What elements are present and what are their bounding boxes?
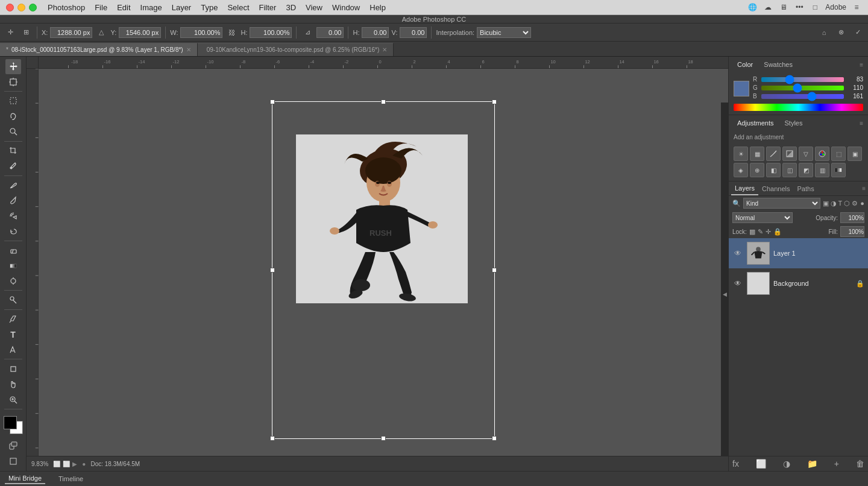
gradient-map-btn[interactable] bbox=[831, 163, 846, 177]
document-canvas[interactable]: ⊕ bbox=[39, 69, 728, 471]
rotate-input[interactable] bbox=[316, 27, 344, 38]
marquee-tool[interactable] bbox=[5, 93, 21, 109]
transform-handle-tr[interactable] bbox=[492, 99, 497, 104]
invert-btn[interactable]: ◫ bbox=[782, 163, 797, 177]
pen-tool[interactable] bbox=[5, 312, 21, 327]
mini-bridge-tab[interactable]: Mini Bridge bbox=[5, 473, 45, 484]
foreground-color-swatch[interactable] bbox=[4, 416, 17, 429]
shape-filter-icon[interactable]: ⬡ bbox=[844, 200, 850, 207]
lock-image-icon[interactable]: ✎ bbox=[758, 228, 763, 236]
timeline-tab[interactable]: Timeline bbox=[55, 474, 87, 484]
fx-button[interactable]: fx bbox=[732, 459, 739, 469]
add-adjustment-button[interactable]: ◑ bbox=[783, 459, 790, 469]
type-filter-icon[interactable]: T bbox=[838, 200, 843, 207]
pixel-filter-icon[interactable]: ▣ bbox=[823, 200, 829, 207]
levels-btn[interactable]: ▦ bbox=[750, 147, 764, 161]
lock-all-icon[interactable]: 🔒 bbox=[773, 228, 782, 236]
tab-1[interactable]: * 08-iStock_000011057163Large.psd @ 9.83… bbox=[0, 43, 198, 56]
confirm-transform-icon[interactable]: ✓ bbox=[851, 26, 864, 39]
hand-tool[interactable] bbox=[5, 377, 21, 392]
tab-adjustments[interactable]: Adjustments bbox=[734, 118, 778, 128]
zoom-tool[interactable] bbox=[5, 393, 21, 408]
menu-view[interactable]: View bbox=[301, 0, 327, 15]
tab-layers[interactable]: Layers bbox=[731, 181, 758, 195]
minimize-button[interactable] bbox=[17, 4, 25, 11]
photo-filter-btn[interactable]: ◈ bbox=[734, 163, 748, 177]
color-balance-btn[interactable]: ⬚ bbox=[831, 147, 846, 161]
tab-styles[interactable]: Styles bbox=[781, 118, 807, 128]
vibrance-btn[interactable]: ▽ bbox=[799, 147, 813, 161]
tab-channels[interactable]: Channels bbox=[758, 181, 793, 195]
menu-filter[interactable]: Filter bbox=[254, 0, 281, 15]
channel-mixer-btn[interactable]: ⊕ bbox=[750, 163, 764, 177]
background-visibility-icon[interactable]: 👁 bbox=[732, 279, 743, 288]
prev-state-icon[interactable]: ⬜ bbox=[53, 461, 60, 467]
healing-brush-tool[interactable] bbox=[5, 178, 21, 193]
nav-icon[interactable]: ⬜ bbox=[63, 461, 70, 467]
menu-layer[interactable]: Layer bbox=[167, 0, 197, 15]
panel-collapse-handle[interactable]: ◀ bbox=[721, 103, 728, 486]
adj-filter-icon[interactable]: ◑ bbox=[831, 200, 837, 207]
b-slider[interactable] bbox=[761, 94, 844, 99]
interpolation-select[interactable]: Bicubic bbox=[477, 27, 531, 38]
opacity-input[interactable] bbox=[840, 212, 864, 223]
transform-handle-bm[interactable] bbox=[381, 436, 386, 441]
blend-mode-select[interactable]: Normal bbox=[732, 212, 793, 223]
quick-select-tool[interactable] bbox=[5, 124, 21, 139]
artboard-tool[interactable] bbox=[5, 75, 21, 90]
transform-handle-mr[interactable] bbox=[492, 268, 497, 273]
move-tool[interactable] bbox=[5, 59, 21, 74]
color-lookup-btn[interactable]: ◧ bbox=[766, 163, 781, 177]
hue-sat-btn[interactable] bbox=[815, 147, 829, 161]
transform-handle-tl[interactable] bbox=[270, 99, 275, 104]
x-input[interactable] bbox=[50, 27, 92, 38]
eyedropper-tool[interactable] bbox=[5, 159, 21, 174]
next-btn[interactable]: ▶ bbox=[72, 461, 77, 467]
color-panel-menu[interactable]: ≡ bbox=[860, 62, 863, 68]
screen-mode[interactable] bbox=[5, 454, 21, 469]
color-spectrum-bar[interactable] bbox=[734, 104, 863, 111]
canvas-area[interactable]: -18 -16 -14 -12 -10 -8 -6 -4 -2 0 2 4 6 … bbox=[27, 57, 728, 471]
menu-photoshop[interactable]: Photoshop bbox=[43, 0, 90, 15]
menu-file[interactable]: File bbox=[90, 0, 112, 15]
threshold-btn[interactable]: ▥ bbox=[815, 163, 829, 177]
add-mask-button[interactable]: ⬜ bbox=[756, 459, 766, 469]
layer-row-background[interactable]: 👁 Background 🔒 bbox=[729, 268, 868, 298]
cancel-transform-icon[interactable]: ⊗ bbox=[834, 26, 848, 39]
quick-mask-mode[interactable] bbox=[5, 438, 21, 453]
tab-1-close[interactable]: ✕ bbox=[186, 46, 191, 53]
link-icon[interactable]: ⛓ bbox=[225, 26, 238, 39]
color-swatches[interactable] bbox=[2, 415, 24, 435]
add-group-button[interactable]: 📁 bbox=[807, 459, 817, 469]
filter-toggle[interactable]: ● bbox=[860, 200, 864, 207]
lasso-tool[interactable] bbox=[5, 109, 21, 124]
color-panel-header[interactable]: Color Swatches ≡ bbox=[729, 57, 868, 72]
active-color-box[interactable] bbox=[734, 81, 749, 96]
tab-paths[interactable]: Paths bbox=[794, 181, 818, 195]
menu-image[interactable]: Image bbox=[136, 0, 167, 15]
layers-kind-select[interactable]: Kind bbox=[743, 198, 820, 209]
lock-transparent-icon[interactable]: ▩ bbox=[749, 228, 755, 236]
gradient-tool[interactable] bbox=[5, 258, 21, 273]
y-input[interactable] bbox=[119, 27, 161, 38]
exposure-btn[interactable] bbox=[782, 147, 797, 161]
dodge-tool[interactable] bbox=[5, 292, 21, 308]
menu-edit[interactable]: Edit bbox=[112, 0, 135, 15]
path-select-tool[interactable] bbox=[5, 342, 21, 358]
tab-2[interactable]: 09-10KandiceLynn19-306-to-composite.psd … bbox=[198, 43, 394, 56]
menu-window[interactable]: Window bbox=[327, 0, 365, 15]
g-slider[interactable] bbox=[761, 86, 844, 90]
layers-panel-menu[interactable]: ≡ bbox=[862, 185, 866, 192]
menu-type[interactable]: Type bbox=[196, 0, 222, 15]
r-slider[interactable] bbox=[761, 77, 844, 82]
blur-tool[interactable] bbox=[5, 274, 21, 289]
adj-panel-header[interactable]: Adjustments Styles ≡ bbox=[729, 115, 868, 131]
delete-layer-button[interactable]: 🗑 bbox=[856, 459, 864, 469]
menu-select[interactable]: Select bbox=[222, 0, 254, 15]
transform-handle-ml[interactable] bbox=[270, 268, 275, 273]
close-button[interactable] bbox=[6, 4, 14, 11]
warp-icon[interactable]: ⌂ bbox=[817, 26, 831, 39]
transform-handle-tm[interactable] bbox=[381, 99, 386, 104]
tab-2-close[interactable]: ✕ bbox=[382, 46, 387, 53]
skewh-input[interactable] bbox=[362, 27, 389, 38]
